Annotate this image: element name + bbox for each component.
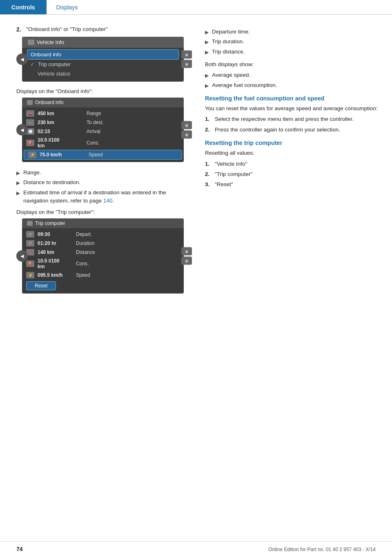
page-number: 74 — [16, 546, 23, 552]
left-column: 2. "Onboard info" or "Trip computer" Veh… — [16, 26, 192, 294]
nav-btn-bottom[interactable]: ▣ — [181, 60, 192, 68]
tc-row-speed2: ⚡ 095.5 km/h Speed — [22, 271, 184, 280]
vis-header: Vehicle Info — [22, 37, 184, 48]
oi-title: Onboard info — [35, 100, 63, 105]
tc-header: Trip computer — [22, 218, 184, 228]
bullet-distance-text: Distance to destination. — [23, 178, 80, 187]
arrow-bullet-range: ▶ — [16, 169, 20, 177]
arrow-trip-duration: ▶ — [205, 38, 209, 46]
heading-reset-fuel: Resetting the fuel consumption and speed — [205, 95, 379, 102]
vis-vehicle-label: Vehicle status — [30, 71, 70, 77]
trip-step1: 1. "Vehicle Info" — [205, 160, 379, 168]
car-icon: 🚗 — [26, 110, 34, 117]
gas-icon: ⛽ — [26, 140, 34, 146]
tc-row-distance: 📍 140 km Distance — [22, 248, 184, 257]
bullet-trip-distance-text: Trip distance. — [212, 48, 245, 56]
bullet-range: ▶ Range. — [16, 169, 192, 177]
displays-trip-title: Displays on the "Trip computer": — [16, 209, 95, 215]
oi-row-arrival: 🕐 02:15 Arrival — [22, 127, 184, 136]
reset-fuel-body: You can reset the values for average spe… — [205, 104, 379, 113]
oi-row-dest: → 230 km To dest. — [22, 118, 184, 127]
bullet-departure-text: Departure time. — [212, 28, 250, 36]
speed2-icon: ⚡ — [26, 272, 34, 278]
arrow-bullet-estimated: ▶ — [16, 189, 20, 197]
oi-row-range: 🚗 450 km Range — [22, 109, 184, 118]
step2-number: 2. — [16, 26, 23, 33]
bullet-trip-distance: ▶ Trip distance. — [205, 48, 379, 56]
tc-nav-top[interactable]: ▣ — [181, 247, 192, 256]
arrow-departure: ▶ — [205, 29, 209, 36]
arrow-avg-speed: ▶ — [205, 72, 209, 79]
fuel-step1: 1. Select the respective menu item and p… — [205, 115, 379, 123]
reset-button[interactable]: Reset — [26, 281, 56, 290]
left-nav-button[interactable]: ◀ — [16, 53, 28, 65]
right-column: ▶ Departure time. ▶ Trip duration. ▶ Tri… — [205, 26, 379, 294]
arrow-trip-distance: ▶ — [205, 49, 209, 56]
step2-header: 2. "Onboard info" or "Trip computer" — [16, 26, 192, 33]
tc-title: Trip computer — [35, 220, 65, 226]
nav-btn-top[interactable]: ▣ — [181, 51, 192, 59]
tc-row-cons2: ⛽ 10.5 l/100 km Cons. — [22, 257, 184, 271]
trip-step3: 3. "Reset" — [205, 180, 379, 189]
reset-trip-body: Resetting all values: — [205, 149, 379, 158]
tab-controls[interactable]: Controls — [0, 0, 47, 14]
oi-nav-bottom[interactable]: ▣ — [181, 131, 192, 139]
controls-tab-label: Controls — [11, 4, 35, 11]
vehicle-info-screen-wrap: Vehicle Info Onboard info ✓ Trip compute… — [16, 37, 192, 82]
onboard-info-screen-wrap: Onboard info 🚗 450 km Range → 230 km — [16, 98, 192, 162]
bullet-estimated: ▶ Estimated time of arrival if a destina… — [16, 189, 192, 205]
check-icon: ✓ — [30, 61, 35, 67]
right-bullet-list-mid: ▶ Average speed. ▶ Average fuel consumpt… — [205, 71, 379, 89]
bullet-avg-speed: ▶ Average speed. — [205, 71, 379, 79]
trip-step2: 2. "Trip computer" — [205, 170, 379, 178]
trip-computer-screen-wrap: Trip computer ☀ 09:30 Depart. ⏱ 01:20 hr — [16, 218, 192, 294]
speed-icon: ⚡ — [28, 151, 36, 158]
oi-row-cons: ⛽ 10.5 l/100 km Cons. — [22, 136, 184, 150]
vehicle-info-screen: Vehicle Info Onboard info ✓ Trip compute… — [22, 37, 184, 82]
tc-left-nav[interactable]: ◀ — [16, 250, 28, 262]
right-bullet-list-top: ▶ Departure time. ▶ Trip duration. ▶ Tri… — [205, 28, 379, 56]
bullet-avg-fuel: ▶ Average fuel consumption. — [205, 81, 379, 89]
fuel-step2: 2. Press the controller again to confirm… — [205, 126, 379, 134]
vis-item-onboard: Onboard info — [27, 49, 179, 60]
fuel-step2-text: Press the controller again to confirm yo… — [215, 126, 340, 134]
footer-part-info: Online Edition for Part no. 01 40 2 957 … — [268, 546, 376, 552]
bullet-avg-speed-text: Average speed. — [212, 71, 250, 79]
part-number: Online Edition for Part no. 01 40 2 957 … — [268, 547, 376, 552]
bullet-estimated-text: Estimated time of arrival if a destinati… — [23, 189, 192, 205]
bullet-trip-duration-text: Trip duration. — [212, 38, 244, 46]
arrow-bullet-distance: ▶ — [16, 179, 20, 187]
fuel-step1-text: Select the respective menu item and pres… — [215, 115, 354, 123]
oi-right-nav: ▣ ▣ — [181, 121, 192, 139]
footer-page-num: 74 — [16, 546, 23, 552]
heading-reset-trip: Resetting the trip computer — [205, 140, 379, 146]
tc-reset-row: Reset — [22, 280, 184, 292]
oi-nav-top[interactable]: ▣ — [181, 121, 192, 129]
bullet-avg-fuel-text: Average fuel consumption. — [212, 81, 277, 89]
main-content: 2. "Onboard info" or "Trip computer" Veh… — [0, 15, 392, 310]
displays-onboard-title: Displays on the "Onboard info": — [16, 88, 93, 94]
vis-body: Onboard info ✓ Trip computer Vehicle sta… — [22, 48, 184, 82]
duration-icon: ⏱ — [26, 240, 34, 247]
oi-body: 🚗 450 km Range → 230 km To dest. — [22, 107, 184, 162]
displays-onboard-label: Displays on the "Onboard info": — [16, 88, 192, 94]
displays-trip-label: Displays on the "Trip computer": — [16, 209, 192, 215]
oi-left-nav[interactable]: ◀ — [16, 124, 28, 136]
tc-right-nav: ▣ ▣ — [181, 247, 192, 265]
both-displays-text: Both displays show: — [205, 60, 379, 69]
vis-title: Vehicle Info — [37, 39, 64, 45]
reset-fuel-steps: 1. Select the respective menu item and p… — [205, 115, 379, 134]
page-header: Controls Displays — [0, 0, 392, 15]
tc-screen-icon — [27, 221, 33, 226]
oi-header: Onboard info — [22, 98, 184, 107]
screen-icon — [28, 40, 34, 45]
step2-text: "Onboard info" or "Trip computer" — [26, 26, 108, 32]
displays-tab-label: Displays — [56, 4, 78, 11]
tab-displays[interactable]: Displays — [47, 0, 88, 14]
tc-row-depart: ☀ 09:30 Depart. — [22, 230, 184, 239]
tc-nav-bottom[interactable]: ▣ — [181, 257, 192, 265]
tc-body: ☀ 09:30 Depart. ⏱ 01:20 hr Duration — [22, 228, 184, 294]
trip-computer-screen: Trip computer ☀ 09:30 Depart. ⏱ 01:20 hr — [22, 218, 184, 294]
page-link[interactable]: 140 — [103, 198, 113, 204]
oi-screen-icon — [27, 100, 33, 105]
